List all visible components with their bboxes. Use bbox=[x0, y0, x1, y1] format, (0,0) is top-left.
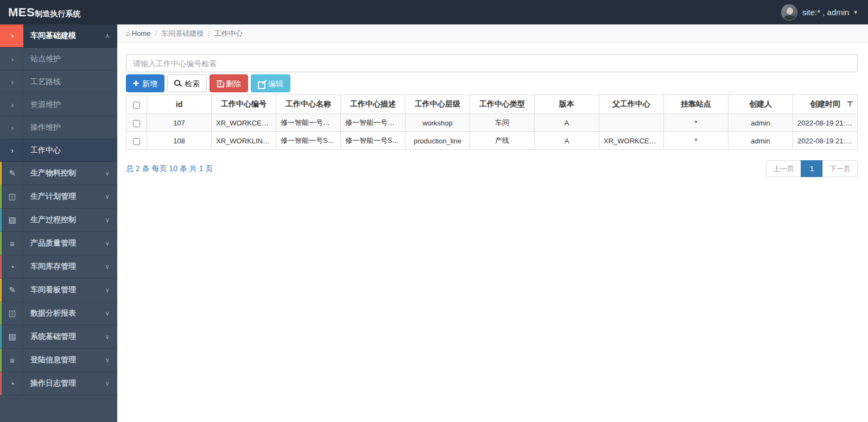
column-header-id: id bbox=[147, 95, 212, 114]
sidebar-item-work-center[interactable]: › 工作中心 bbox=[0, 139, 117, 162]
cell-code: XR_WORKLINE... bbox=[212, 132, 276, 150]
arrow-right-icon: › bbox=[2, 93, 23, 116]
page-1-button[interactable]: 1 bbox=[801, 160, 823, 177]
cell-desc: 修一智能一号S... bbox=[341, 132, 406, 150]
chevron-down-icon: ∨ bbox=[105, 333, 110, 341]
search-button-label: 检索 bbox=[185, 80, 200, 87]
arrow-right-icon: › bbox=[2, 139, 23, 161]
header-checkbox-cell bbox=[126, 95, 147, 114]
sidebar-group-label: 数据分析报表 bbox=[23, 308, 105, 318]
delete-button-label: 删除 bbox=[226, 80, 241, 87]
breadcrumb-separator: / bbox=[208, 29, 210, 37]
chevron-down-icon: ∨ bbox=[105, 263, 110, 270]
delete-button[interactable]: 删除 bbox=[210, 74, 248, 92]
arrow-right-icon: › bbox=[2, 116, 23, 138]
sidebar-group-kanban-management[interactable]: ✎ 车间看板管理 ∨ bbox=[0, 279, 117, 302]
sidebar-group-label: 生产过程控制 bbox=[23, 215, 105, 225]
chevron-down-icon: ∨ bbox=[105, 216, 110, 224]
row-checkbox-cell bbox=[126, 132, 147, 150]
breadcrumb-home[interactable]: ⌂Home bbox=[126, 29, 151, 37]
toolbar: ✚ 新增 检索 删除 编辑 bbox=[126, 74, 858, 92]
column-header-name: 工作中心名称 bbox=[276, 95, 341, 114]
cell-level: workshop bbox=[406, 114, 470, 132]
arrow-right-icon: › bbox=[2, 48, 23, 70]
column-header-type: 工作中心类型 bbox=[470, 95, 535, 114]
pin-icon[interactable]: ⊤ bbox=[847, 100, 853, 108]
sidebar-group-data-analysis[interactable]: ◫ 数据分析报表 ∨ bbox=[0, 302, 117, 325]
add-button-label: 新增 bbox=[142, 80, 157, 87]
sidebar-group-label: 生产物料控制 bbox=[23, 168, 105, 178]
breadcrumb-level1[interactable]: 车间基础建模 bbox=[161, 29, 204, 39]
cell-desc: 修一智能一号车间 bbox=[341, 114, 406, 132]
row-checkbox[interactable] bbox=[133, 138, 140, 145]
add-button[interactable]: ✚ 新增 bbox=[126, 74, 164, 92]
row-checkbox[interactable] bbox=[133, 120, 140, 127]
sidebar-group-login-info[interactable]: ≡ 登陆信息管理 ∨ bbox=[0, 349, 117, 372]
column-header-creator: 创建人 bbox=[728, 95, 793, 114]
plus-icon: ✚ bbox=[133, 80, 139, 87]
cell-version: A bbox=[535, 114, 599, 132]
sidebar-item-label: 站点维护 bbox=[23, 54, 117, 64]
column-header-station: 挂靠站点 bbox=[664, 95, 728, 114]
user-menu[interactable]: site:* , admin ▾ bbox=[781, 0, 868, 24]
sidebar: ◔ 车间基础建模 ∧ › 站点维护 › 工艺路线 › 资源维护 › 操作维护 ›… bbox=[0, 24, 117, 422]
cell-version: A bbox=[535, 132, 599, 150]
edit-button-label: 编辑 bbox=[268, 80, 283, 87]
sidebar-item-station-maintenance[interactable]: › 站点维护 bbox=[0, 48, 117, 71]
sidebar-group-workshop-modeling[interactable]: ◔ 车间基础建模 ∧ bbox=[0, 24, 117, 48]
chevron-down-icon: ▾ bbox=[854, 9, 857, 16]
pagination-row: 总 2 条 每页 10 条 共 1 页 上一页 1 下一页 bbox=[126, 160, 858, 177]
cell-type: 车间 bbox=[470, 114, 535, 132]
prev-page-button[interactable]: 上一页 bbox=[766, 160, 801, 177]
cell-station: * bbox=[664, 114, 728, 132]
table-header-row: id 工作中心编号 工作中心名称 工作中心描述 工作中心层级 工作中心类型 版本… bbox=[126, 95, 858, 114]
sidebar-group-label: 生产计划管理 bbox=[23, 192, 105, 201]
breadcrumb: ⌂Home / 车间基础建模 / 工作中心 bbox=[117, 24, 868, 43]
sidebar-item-label: 工作中心 bbox=[23, 146, 117, 155]
user-label: site:* , admin bbox=[802, 8, 850, 17]
column-header-created: 创建时间 ⊤ bbox=[793, 95, 858, 114]
breadcrumb-separator: / bbox=[155, 29, 157, 37]
home-icon: ⌂ bbox=[126, 29, 130, 37]
sidebar-group-process-control[interactable]: ▤ 生产过程控制 ∨ bbox=[0, 209, 117, 232]
search-input[interactable] bbox=[126, 54, 858, 72]
cell-creator: admin bbox=[728, 132, 793, 150]
list-icon: ≡ bbox=[2, 232, 23, 255]
sidebar-item-process-route[interactable]: › 工艺路线 bbox=[0, 71, 117, 93]
chevron-down-icon: ∨ bbox=[105, 169, 110, 177]
chevron-down-icon: ∨ bbox=[105, 380, 110, 387]
sidebar-group-label: 车间基础建模 bbox=[23, 31, 105, 41]
logo-suffix: 制造执行系统 bbox=[35, 9, 80, 18]
cell-id: 107 bbox=[147, 114, 212, 132]
column-header-created-label: 创建时间 bbox=[810, 99, 840, 108]
sidebar-group-operation-log[interactable]: ◔ 操作日志管理 ∨ bbox=[0, 372, 117, 395]
next-page-button[interactable]: 下一页 bbox=[822, 160, 858, 177]
edit-button[interactable]: 编辑 bbox=[251, 74, 290, 92]
tachometer-icon: ◔ bbox=[2, 255, 23, 278]
sidebar-group-plan-management[interactable]: ◫ 生产计划管理 ∨ bbox=[0, 185, 117, 209]
sidebar-item-label: 工艺路线 bbox=[23, 77, 117, 87]
arrow-right-icon: › bbox=[2, 71, 23, 93]
main-area: ⌂Home / 车间基础建模 / 工作中心 ✚ 新增 检索 删除 编辑 bbox=[117, 24, 868, 422]
search-button[interactable]: 检索 bbox=[167, 74, 207, 92]
sidebar-item-label: 资源维护 bbox=[23, 100, 117, 110]
columns-icon: ◫ bbox=[2, 302, 23, 325]
sidebar-group-inventory-management[interactable]: ◔ 车间库存管理 ∨ bbox=[0, 255, 117, 279]
sidebar-item-operation-maintenance[interactable]: › 操作维护 bbox=[0, 116, 117, 139]
pencil-icon: ✎ bbox=[2, 162, 23, 185]
sidebar-group-material-control[interactable]: ✎ 生产物料控制 ∨ bbox=[0, 162, 117, 185]
trash-icon bbox=[217, 80, 223, 87]
sidebar-group-label: 系统基础管理 bbox=[23, 332, 105, 342]
sidebar-group-quality-management[interactable]: ≡ 产品质量管理 ∨ bbox=[0, 232, 117, 255]
select-all-checkbox[interactable] bbox=[133, 102, 140, 109]
logo-brand: MES bbox=[8, 5, 35, 19]
cell-name: 修一智能一号车间 bbox=[276, 114, 341, 132]
table-row[interactable]: 108 XR_WORKLINE... 修一智能一号S... 修一智能一号S...… bbox=[126, 132, 858, 150]
column-header-code: 工作中心编号 bbox=[212, 95, 276, 114]
table-row[interactable]: 107 XR_WORKCEN... 修一智能一号车间 修一智能一号车间 work… bbox=[126, 114, 858, 132]
column-header-desc: 工作中心描述 bbox=[341, 95, 406, 114]
search-icon bbox=[174, 80, 181, 87]
sidebar-group-label: 产品质量管理 bbox=[23, 238, 105, 248]
sidebar-group-system-management[interactable]: ▤ 系统基础管理 ∨ bbox=[0, 325, 117, 349]
sidebar-item-resource-maintenance[interactable]: › 资源维护 bbox=[0, 93, 117, 116]
